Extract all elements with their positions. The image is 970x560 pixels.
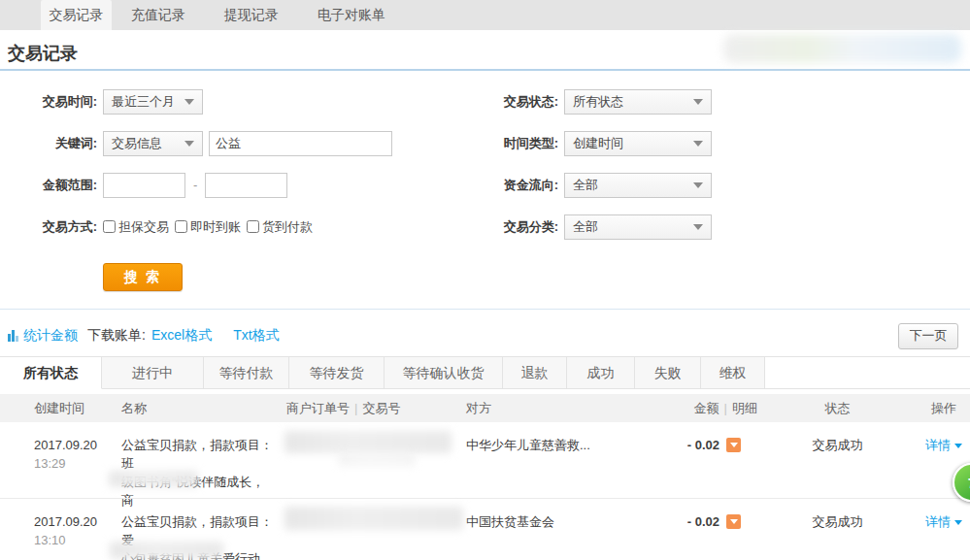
detail-link[interactable]: 详情 bbox=[925, 438, 951, 452]
search-filter-panel: 交易时间: 最近三个月 关键词: 交易信息 金额范围: - bbox=[0, 71, 970, 310]
toolbar-left: 统计金额 下载账单: Excel格式 Txt格式 bbox=[8, 327, 280, 345]
detail-link[interactable]: 详情 bbox=[925, 514, 951, 529]
filter-row-transaction-time: 交易时间: 最近三个月 bbox=[0, 81, 479, 122]
fund-flow-value: 全部 bbox=[573, 177, 598, 194]
time-type-value: 创建时间 bbox=[573, 135, 623, 152]
status-tab-bar: 所有状态 进行中 等待付款 等待发货 等待确认收货 退款 成功 失败 维权 bbox=[0, 356, 970, 389]
filter-row-amount-range: 金额范围: - bbox=[0, 164, 479, 206]
redacted-order-number-blur bbox=[284, 507, 463, 530]
filter-row-keyword: 关键词: 交易信息 bbox=[0, 122, 479, 164]
keyword-input[interactable] bbox=[209, 131, 392, 156]
header-action: 操作 bbox=[918, 394, 970, 422]
chevron-down-icon bbox=[184, 99, 194, 105]
amount-detail-dropdown-icon[interactable] bbox=[726, 438, 741, 452]
status-tab-failed[interactable]: 失败 bbox=[635, 357, 701, 389]
chevron-down-icon bbox=[730, 443, 738, 447]
search-button[interactable]: 搜 索 bbox=[103, 263, 183, 291]
fund-flow-label: 资金流向: bbox=[479, 177, 558, 194]
chevron-down-icon bbox=[954, 520, 962, 525]
excel-format-link[interactable]: Excel格式 bbox=[151, 327, 212, 345]
row-time: 13:10 bbox=[34, 531, 121, 549]
checkbox-escrow[interactable]: 担保交易 bbox=[103, 218, 169, 236]
status-tab-in-progress[interactable]: 进行中 bbox=[102, 357, 204, 389]
status-tab-await-payment[interactable]: 等待付款 bbox=[204, 357, 289, 389]
redacted-order-number-blur bbox=[284, 431, 452, 453]
filter-column-right: 交易状态: 所有状态 时间类型: 创建时间 资金流向: 全部 bbox=[479, 81, 970, 309]
time-type-select[interactable]: 创建时间 bbox=[564, 131, 712, 156]
cod-label: 货到付款 bbox=[262, 218, 313, 236]
cell-create-time: 2017.09.20 13:10 bbox=[34, 499, 121, 549]
tab-recharge-records[interactable]: 充值记录 bbox=[112, 0, 205, 30]
status-tab-success[interactable]: 成功 bbox=[567, 357, 635, 389]
keyword-type-select[interactable]: 交易信息 bbox=[103, 131, 203, 156]
chevron-down-icon bbox=[693, 182, 703, 188]
header-separator: | bbox=[719, 401, 732, 415]
escrow-label: 担保交易 bbox=[118, 218, 169, 236]
cell-create-time: 2017.09.20 13:29 bbox=[34, 422, 121, 473]
chevron-down-icon bbox=[730, 519, 738, 524]
tab-withdraw-records[interactable]: 提现记录 bbox=[205, 0, 298, 30]
status-tab-filler bbox=[765, 357, 970, 389]
status-tab-refund[interactable]: 退款 bbox=[503, 357, 567, 389]
cell-status: 交易成功 bbox=[757, 422, 918, 454]
trade-category-select[interactable]: 全部 bbox=[564, 214, 712, 240]
amount-max-input[interactable] bbox=[205, 173, 287, 198]
escrow-checkbox[interactable] bbox=[103, 220, 116, 233]
filter-row-trade-method: 交易方式: 担保交易 即时到账 货到付款 bbox=[0, 206, 479, 247]
cell-status: 交易成功 bbox=[757, 499, 918, 531]
amount-range-separator: - bbox=[193, 178, 197, 192]
toolbar-row: 统计金额 下载账单: Excel格式 Txt格式 下一页 bbox=[0, 310, 970, 356]
download-statement-label: 下载账单: bbox=[87, 327, 146, 345]
status-tab-all[interactable]: 所有状态 bbox=[0, 357, 102, 389]
trade-status-select[interactable]: 所有状态 bbox=[564, 89, 712, 115]
row-date: 2017.09.20 bbox=[34, 436, 121, 454]
stats-amount-link[interactable]: 统计金额 bbox=[23, 327, 78, 345]
table-header: 创建时间 名称 商户订单号|交易号 对方 金额|明细 状态 操作 bbox=[0, 394, 970, 422]
cell-counterparty: 中国扶贫基金会 bbox=[466, 499, 636, 531]
amount-min-input[interactable] bbox=[103, 173, 185, 198]
instant-label: 即时到账 bbox=[190, 218, 241, 236]
fund-flow-select[interactable]: 全部 bbox=[564, 173, 712, 198]
page-header: 交易记录 bbox=[0, 30, 970, 71]
filter-row-fund-flow: 资金流向: 全部 bbox=[479, 164, 970, 206]
amount-detail-dropdown-icon[interactable] bbox=[726, 514, 741, 529]
chevron-down-icon bbox=[954, 444, 962, 448]
cell-amount: - 0.02 bbox=[636, 422, 757, 454]
page-title: 交易记录 bbox=[8, 44, 78, 63]
trade-status-label: 交易状态: bbox=[479, 93, 558, 111]
keyword-label: 关键词: bbox=[0, 135, 97, 152]
tab-e-statement[interactable]: 电子对账单 bbox=[298, 0, 405, 30]
header-counterparty: 对方 bbox=[466, 394, 636, 422]
amount-value: - 0.02 bbox=[687, 436, 719, 454]
filter-row-trade-category: 交易分类: 全部 bbox=[479, 206, 970, 247]
bar-chart-icon bbox=[8, 330, 19, 342]
tab-transaction-records[interactable]: 交易记录 bbox=[41, 0, 112, 30]
row-time: 13:29 bbox=[34, 454, 121, 473]
amount-range-label: 金额范围: bbox=[0, 177, 97, 194]
chevron-down-icon bbox=[184, 141, 194, 147]
instant-checkbox[interactable] bbox=[175, 220, 187, 233]
next-page-button[interactable]: 下一页 bbox=[898, 323, 958, 349]
header-order-number: 商户订单号|交易号 bbox=[286, 394, 466, 422]
cell-counterparty: 中华少年儿童慈善救... bbox=[466, 422, 636, 454]
header-status: 状态 bbox=[757, 394, 918, 422]
txt-format-link[interactable]: Txt格式 bbox=[233, 327, 279, 345]
checkbox-cod[interactable]: 货到付款 bbox=[247, 218, 313, 236]
trade-method-label: 交易方式: bbox=[0, 218, 97, 236]
trade-category-value: 全部 bbox=[573, 218, 598, 236]
chevron-down-icon bbox=[693, 224, 703, 230]
cell-name: 公益宝贝捐款，捐款项目：班 级图书角“悦读伴随成长，商 bbox=[121, 422, 286, 510]
status-tab-dispute[interactable]: 维权 bbox=[701, 357, 765, 389]
keyword-type-value: 交易信息 bbox=[112, 135, 162, 152]
header-name: 名称 bbox=[121, 394, 286, 422]
transaction-time-label: 交易时间: bbox=[0, 93, 97, 111]
header-create-time: 创建时间 bbox=[34, 394, 121, 422]
status-tab-await-shipment[interactable]: 等待发货 bbox=[289, 357, 385, 389]
cod-checkbox[interactable] bbox=[247, 220, 259, 233]
transaction-time-select[interactable]: 最近三个月 bbox=[103, 89, 203, 115]
row-date: 2017.09.20 bbox=[34, 512, 121, 531]
table-row: 2017.09.20 13:10 公益宝贝捐款，捐款项目：爱 心包裹贫困儿童关爱… bbox=[0, 498, 970, 560]
cell-amount: - 0.02 bbox=[636, 499, 757, 531]
checkbox-instant[interactable]: 即时到账 bbox=[175, 218, 241, 236]
status-tab-await-confirm[interactable]: 等待确认收货 bbox=[385, 357, 503, 389]
